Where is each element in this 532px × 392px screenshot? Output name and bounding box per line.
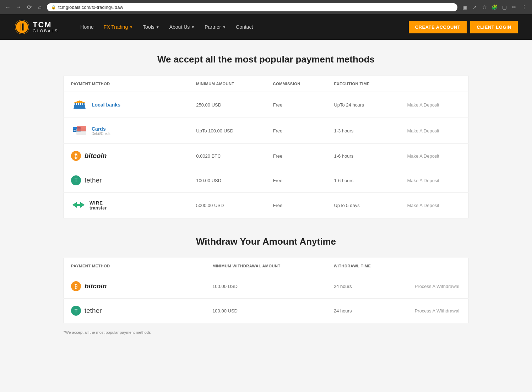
wd-action-tether[interactable]: Process A Withdrawal (408, 299, 468, 323)
method-cell-bitcoin: ₿ bitcoin (64, 144, 189, 168)
url-text: tcmglobals.com/fx-trading/#daw (58, 5, 123, 10)
method-name-bank: Local banks (92, 102, 120, 108)
method-sub-cards: Debit/Credit (92, 132, 110, 136)
col-payment-method: PAYMENT METHOD (64, 76, 189, 92)
nav-fx-trading[interactable]: FX Trading ▼ (99, 21, 137, 33)
create-account-button[interactable]: CREATE ACCOUNT (409, 21, 467, 33)
nav-home[interactable]: Home (76, 21, 98, 33)
svg-rect-7 (77, 103, 78, 106)
svg-rect-3 (22, 23, 23, 31)
puzzle-button[interactable]: 🧩 (490, 3, 499, 11)
wd-min-amount-bitcoin: 100.00 USD (205, 274, 327, 299)
commission-tether: Free (266, 168, 327, 193)
menu-button[interactable]: ⋮ (520, 3, 528, 11)
table-row: Local banks 250.00 USD Free UpTo 24 hour… (64, 92, 468, 118)
method-name-cards: Cards (92, 126, 110, 132)
logo[interactable]: TCM GLOBALS (14, 19, 58, 35)
deposit-table: PAYMENT METHOD MINIMUM AMOUNT COMMISSION… (64, 76, 468, 218)
wd-min-amount-tether: 100.00 USD (205, 299, 327, 323)
nav-contact[interactable]: Contact (232, 21, 257, 33)
address-bar[interactable]: 🔒 tcmglobals.com/fx-trading/#daw (47, 3, 457, 11)
wd-method-bitcoin: ₿ bitcoin (64, 274, 206, 299)
col-execution-time: EXECUTION TIME (327, 76, 400, 92)
reload-button[interactable]: ⟳ (25, 3, 33, 11)
table-row: ₿ bitcoin 0.0020 BTC Free 1-6 hours Make… (64, 144, 468, 168)
method-cell-tether: T tether (64, 168, 189, 193)
table-row: Cards Debit/Credit UpTo 100.00 USD Free … (64, 118, 468, 144)
commission-wire: Free (266, 193, 327, 218)
bitcoin-icon: ₿ (71, 281, 81, 291)
svg-marker-11 (74, 100, 85, 103)
wd-method-name-bitcoin: bitcoin (85, 282, 107, 290)
nav-buttons: CREATE ACCOUNT CLIENT LOGIN (409, 21, 518, 33)
col-commission: COMMISSION (266, 76, 327, 92)
method-cell-wire: WIRE transfer (64, 193, 189, 218)
min-amount-wire: 5000.00 USD (189, 193, 266, 218)
svg-rect-8 (79, 103, 80, 106)
nav-partner[interactable]: Partner ▼ (200, 21, 230, 33)
logo-icon (14, 19, 30, 35)
svg-rect-12 (74, 108, 86, 109)
execution-time-bitcoin: 1-6 hours (327, 144, 400, 168)
commission-bank: Free (266, 92, 327, 118)
execution-time-tether: 1-6 hours (327, 168, 400, 193)
chevron-down-icon: ▼ (191, 25, 195, 29)
bookmark-button[interactable]: ☆ (480, 3, 489, 11)
commission-cards: Free (266, 118, 327, 144)
execution-time-bank: UpTo 24 hours (327, 92, 400, 118)
svg-rect-6 (75, 103, 76, 106)
col-action (400, 76, 468, 92)
forward-button[interactable]: → (14, 3, 23, 11)
wire-icon (71, 200, 86, 211)
action-wire[interactable]: Make A Deposit (400, 193, 468, 218)
wd-col-min-amount: MINIMUM WITHDRAWAL AMOUNT (205, 258, 327, 274)
navbar: TCM GLOBALS Home FX Trading ▼ Tools ▼ Ab… (0, 14, 532, 40)
wd-method-name-tether: tether (85, 307, 102, 315)
svg-rect-4 (23, 23, 24, 31)
method-name-tether: tether (85, 176, 102, 184)
method-sub-wire: transfer (89, 206, 107, 211)
profile-button[interactable]: ✏ (510, 3, 519, 11)
withdrawal-section-title: Withdraw Your Amount Anytime (64, 236, 468, 247)
extensions-button[interactable]: ▣ (460, 3, 469, 11)
wd-time-tether: 24 hours (327, 299, 408, 323)
table-row: T tether 100.00 USD Free 1-6 hours Make … (64, 168, 468, 193)
nav-links: Home FX Trading ▼ Tools ▼ About Us ▼ Par… (76, 21, 398, 33)
action-cards[interactable]: Make A Deposit (400, 118, 468, 144)
deposit-table-header-row: PAYMENT METHOD MINIMUM AMOUNT COMMISSION… (64, 76, 468, 92)
bank-icon (71, 99, 88, 110)
wd-action-bitcoin[interactable]: Process A Withdrawal (408, 274, 468, 299)
logo-globals-text: GLOBALS (33, 29, 58, 33)
browser-chrome: ← → ⟳ ⌂ 🔒 tcmglobals.com/fx-trading/#daw… (0, 0, 532, 14)
action-tether[interactable]: Make A Deposit (400, 168, 468, 193)
back-button[interactable]: ← (4, 3, 12, 11)
execution-time-cards: 1-3 hours (327, 118, 400, 144)
method-cell-card: Cards Debit/Credit (64, 118, 189, 144)
action-bank[interactable]: Make A Deposit (400, 92, 468, 118)
min-amount-bank: 250.00 USD (189, 92, 266, 118)
method-cell-bank: Local banks (64, 92, 189, 118)
wd-method-tether: T tether (64, 299, 206, 323)
action-bitcoin[interactable]: Make A Deposit (400, 144, 468, 168)
col-min-amount: MINIMUM AMOUNT (189, 76, 266, 92)
deposit-section-title: We accept all the most popular payment m… (64, 54, 468, 65)
logo-tcm-text: TCM (33, 21, 58, 29)
chevron-down-icon: ▼ (222, 25, 226, 29)
svg-rect-9 (81, 103, 82, 106)
lock-icon: 🔒 (51, 5, 56, 10)
client-login-button[interactable]: CLIENT LOGIN (470, 21, 518, 33)
share-button[interactable]: ↗ (470, 3, 479, 11)
chevron-down-icon: ▼ (156, 25, 159, 29)
table-row: T tether 100.00 USD 24 hours Process A W… (64, 299, 468, 323)
home-button[interactable]: ⌂ (36, 3, 44, 11)
min-amount-bitcoin: 0.0020 BTC (189, 144, 266, 168)
window-button[interactable]: ▢ (500, 3, 509, 11)
method-name-bitcoin: bitcoin (85, 152, 107, 160)
tether-icon: T (71, 306, 81, 316)
nav-tools[interactable]: Tools ▼ (139, 21, 164, 33)
nav-about-us[interactable]: About Us ▼ (165, 21, 199, 33)
tether-icon: T (71, 175, 81, 185)
svg-rect-15 (74, 130, 76, 131)
svg-rect-18 (77, 126, 86, 131)
table-row: ₿ bitcoin 100.00 USD 24 hours Process A … (64, 274, 468, 299)
